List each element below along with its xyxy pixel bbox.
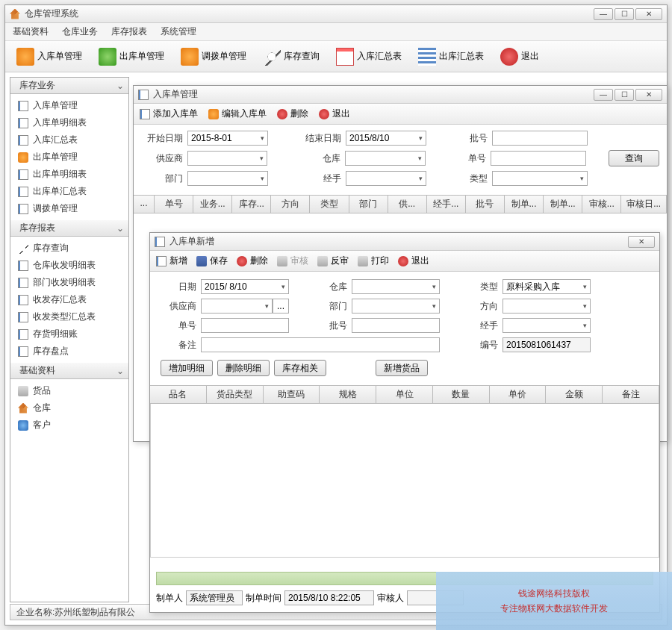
edit-button[interactable]: 编辑入库单 bbox=[208, 107, 267, 120]
add-button[interactable]: 添加入库单 bbox=[140, 107, 198, 120]
date-input[interactable]: 2015/ 8/10▾ bbox=[201, 279, 289, 294]
side-item[interactable]: 客户 bbox=[10, 417, 128, 434]
side-item[interactable]: 入库汇总表 bbox=[10, 131, 128, 149]
unaudit-button[interactable]: 反审 bbox=[317, 255, 349, 267]
maximize-button[interactable]: ☐ bbox=[615, 89, 634, 101]
col[interactable]: 库存... bbox=[232, 196, 271, 213]
col[interactable]: 审核日... bbox=[621, 196, 667, 213]
add-detail-button[interactable]: 增加明细 bbox=[161, 360, 213, 376]
col[interactable]: 制单... bbox=[544, 196, 582, 213]
maximize-button[interactable]: ☐ bbox=[615, 8, 634, 20]
side-item[interactable]: 入库单明细表 bbox=[10, 114, 128, 131]
win3-grid-body[interactable] bbox=[150, 404, 659, 558]
supplier-more-button[interactable]: ... bbox=[273, 299, 289, 314]
direction-select[interactable]: ▾ bbox=[503, 299, 591, 314]
col[interactable]: 审核... bbox=[582, 196, 621, 213]
new-button[interactable]: 新增 bbox=[156, 255, 187, 267]
minimize-button[interactable]: — bbox=[594, 89, 613, 101]
type-select[interactable]: ▾ bbox=[492, 171, 588, 186]
side-item[interactable]: 出库单管理 bbox=[10, 149, 128, 166]
side-item[interactable]: 库存盘点 bbox=[10, 343, 128, 360]
col[interactable]: 规格 bbox=[320, 386, 376, 403]
col[interactable]: 批号 bbox=[466, 196, 505, 213]
save-button[interactable]: 保存 bbox=[196, 255, 228, 267]
new-goods-button[interactable]: 新增货品 bbox=[376, 360, 428, 376]
menu-system[interactable]: 系统管理 bbox=[161, 25, 196, 38]
win2-titlebar: 入库单管理 — ☐ ✕ bbox=[134, 86, 667, 104]
tb-insummary[interactable]: 入库汇总表 bbox=[329, 44, 408, 69]
side-item[interactable]: 调拨单管理 bbox=[10, 200, 128, 217]
close-button[interactable]: ✕ bbox=[628, 236, 655, 248]
side-item[interactable]: 收发存汇总表 bbox=[10, 291, 128, 308]
side-item[interactable]: 部门收发明细表 bbox=[10, 274, 128, 291]
side-sec-basic[interactable]: 基础资料 ⌄ bbox=[10, 363, 128, 379]
col[interactable]: 类型 bbox=[310, 196, 349, 213]
docno-input[interactable] bbox=[201, 318, 289, 333]
tb-inbound[interactable]: 入库单管理 bbox=[10, 44, 89, 69]
dept-select[interactable]: ▾ bbox=[187, 171, 268, 186]
col[interactable]: 业务... bbox=[193, 196, 232, 213]
audit-button[interactable]: 审核 bbox=[277, 255, 308, 267]
side-item[interactable]: 库存查询 bbox=[10, 240, 128, 257]
col[interactable]: 数量 bbox=[433, 386, 490, 403]
col[interactable]: 经手... bbox=[427, 196, 466, 213]
side-sec-report[interactable]: 库存报表 ⌄ bbox=[10, 220, 128, 237]
handler-select[interactable]: ▾ bbox=[346, 171, 426, 186]
tb-exit[interactable]: 退出 bbox=[494, 44, 546, 69]
col[interactable]: 备注 bbox=[603, 386, 659, 403]
start-date-input[interactable]: 2015-8-01▾ bbox=[187, 131, 268, 146]
col[interactable]: 货品类型 bbox=[207, 386, 264, 403]
end-date-input[interactable]: 2015/8/10▾ bbox=[346, 131, 426, 146]
exit-button[interactable]: 退出 bbox=[398, 255, 429, 267]
close-button[interactable]: ✕ bbox=[635, 89, 662, 101]
menu-basic[interactable]: 基础资料 bbox=[13, 25, 49, 38]
doc-icon bbox=[18, 101, 28, 111]
supplier-select[interactable]: ▾ bbox=[187, 151, 268, 166]
delete-button[interactable]: 删除 bbox=[237, 255, 268, 267]
handler-select[interactable]: ▾ bbox=[503, 318, 591, 333]
warehouse-select[interactable]: ▾ bbox=[345, 151, 426, 166]
query-button[interactable]: 查询 bbox=[609, 150, 659, 166]
col[interactable]: 金额 bbox=[546, 386, 603, 403]
side-item[interactable]: 出库单汇总表 bbox=[10, 183, 128, 200]
minimize-button[interactable]: — bbox=[594, 8, 613, 20]
col[interactable]: 单位 bbox=[376, 386, 433, 403]
col[interactable]: 单号 bbox=[155, 196, 193, 213]
col[interactable]: 品名 bbox=[150, 386, 207, 403]
stock-related-button[interactable]: 库存相关 bbox=[274, 360, 326, 376]
col[interactable]: 制单... bbox=[505, 196, 544, 213]
side-item[interactable]: 存货明细账 bbox=[10, 325, 128, 343]
print-button[interactable]: 打印 bbox=[358, 255, 389, 267]
menu-report[interactable]: 库存报表 bbox=[111, 25, 147, 38]
side-sec-business[interactable]: 库存业务 ⌄ bbox=[10, 78, 128, 94]
close-button[interactable]: ✕ bbox=[635, 8, 662, 20]
exit-button[interactable]: 退出 bbox=[319, 107, 350, 120]
del-detail-button[interactable]: 删除明细 bbox=[217, 360, 270, 376]
docno-input[interactable] bbox=[491, 151, 586, 166]
side-item[interactable]: 仓库收发明细表 bbox=[10, 257, 128, 274]
delete-button[interactable]: 删除 bbox=[277, 107, 308, 120]
col[interactable]: 方向 bbox=[271, 196, 310, 213]
side-item[interactable]: 出库单明细表 bbox=[10, 166, 128, 183]
side-item[interactable]: 收发类型汇总表 bbox=[10, 308, 128, 325]
tb-outsummary[interactable]: 出库汇总表 bbox=[411, 44, 491, 69]
col[interactable]: 供... bbox=[388, 196, 427, 213]
warehouse-select[interactable]: ▾ bbox=[352, 279, 440, 294]
side-item[interactable]: 入库单管理 bbox=[10, 97, 128, 114]
batch-input[interactable] bbox=[492, 131, 588, 146]
supplier-select[interactable]: ▾ bbox=[201, 299, 273, 314]
col[interactable]: 部门 bbox=[349, 196, 388, 213]
tb-transfer[interactable]: 调拨单管理 bbox=[174, 44, 253, 69]
batch-input[interactable] bbox=[352, 318, 440, 333]
tb-query[interactable]: 库存查询 bbox=[256, 44, 326, 69]
col[interactable]: ... bbox=[134, 196, 155, 213]
side-item[interactable]: 货品 bbox=[10, 382, 128, 399]
menu-business[interactable]: 仓库业务 bbox=[62, 25, 98, 38]
dept-select[interactable]: ▾ bbox=[352, 299, 440, 314]
col[interactable]: 单价 bbox=[490, 386, 547, 403]
side-item[interactable]: 仓库 bbox=[10, 399, 128, 417]
remark-input[interactable] bbox=[201, 337, 440, 352]
col[interactable]: 助查码 bbox=[264, 386, 320, 403]
type-select[interactable]: 原料采购入库▾ bbox=[503, 279, 591, 294]
tb-outbound[interactable]: 出库单管理 bbox=[92, 44, 171, 69]
